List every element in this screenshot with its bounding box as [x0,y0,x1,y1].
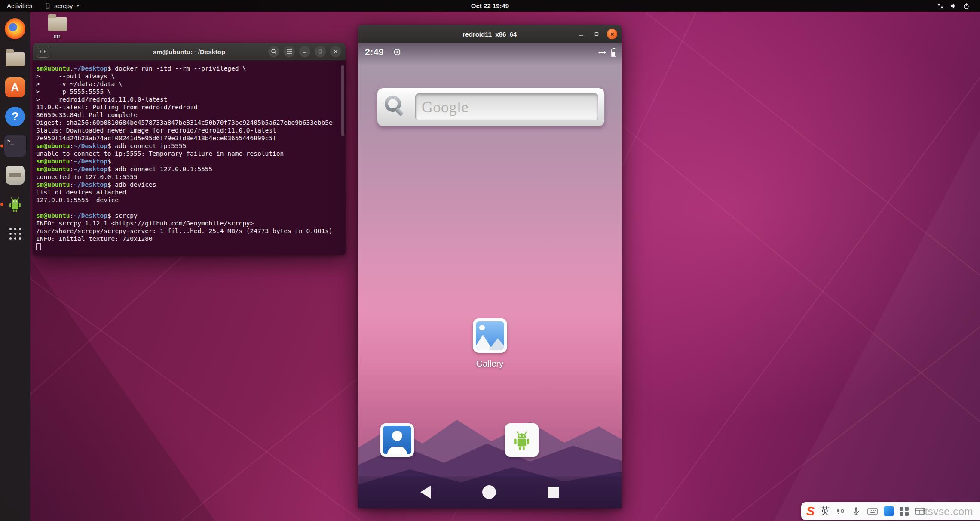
maximize-icon [318,49,323,54]
android-screen[interactable]: 2:49 [358,43,622,508]
dock-item-terminal[interactable] [3,135,27,157]
maximize-button[interactable] [591,29,602,39]
skin-icon[interactable] [884,506,894,516]
power-icon [963,3,970,9]
desktop-icon-label: sm [44,33,71,40]
close-button[interactable] [330,46,341,57]
android-robot-icon [6,195,24,214]
contacts-app-icon[interactable] [380,423,414,457]
search-icon [271,49,277,55]
toolbox-grid-icon[interactable] [900,507,909,516]
maximize-icon [594,31,599,37]
files-icon [6,52,24,66]
close-button[interactable] [607,29,617,39]
help-icon [5,107,25,126]
minimize-icon [302,49,307,54]
android-status-bar: 2:49 [358,43,622,65]
archive-manager-icon [6,166,24,185]
back-button[interactable] [420,486,431,499]
dock [0,12,30,521]
scrcpy-app-icon [44,3,51,9]
top-bar: Activities scrcpy Oct 22 19:49 [0,0,980,12]
app-menu[interactable]: scrcpy [39,0,84,12]
adb-network-icon [597,49,607,55]
close-icon [610,32,615,37]
dock-item-ubuntu-software[interactable] [3,76,27,99]
punctuation-icon[interactable] [835,506,845,516]
dock-item-help[interactable] [3,105,27,128]
desktop: Activities scrcpy Oct 22 19:49 [0,0,980,521]
scrcpy-window: redroid11_x86_64 [358,25,622,508]
minimize-button[interactable] [576,29,586,39]
volume-icon [950,3,957,9]
firefox-icon [5,18,25,39]
running-indicator [0,145,3,148]
search-button[interactable] [268,46,279,57]
scrcpy-titlebar[interactable]: redroid11_x86_64 [358,25,622,43]
watermark: itsvse.com [922,506,973,518]
dock-item-android-redroid[interactable] [3,193,27,216]
notification-circle-icon [393,48,401,58]
grid-icon [9,228,21,240]
keyboard-icon[interactable] [867,506,878,516]
running-indicator [0,203,3,206]
menu-button[interactable] [284,46,295,57]
android-robot-icon [509,428,534,453]
minimize-icon [579,31,584,37]
api-demos-app-icon[interactable] [505,423,539,457]
clock-button[interactable]: Oct 22 19:49 [471,2,509,9]
system-status-area[interactable] [927,0,980,12]
sogou-logo[interactable]: S [806,505,815,518]
maximize-button[interactable] [315,46,326,57]
android-hotseat [358,423,622,459]
magnifier-icon [383,93,408,121]
close-icon [333,49,338,54]
gallery-icon [473,318,507,353]
google-search-widget[interactable]: Google [377,88,605,126]
battery-icon [611,48,616,57]
chevron-down-icon [76,5,80,7]
minimize-button[interactable] [299,46,310,57]
home-button[interactable] [482,485,496,499]
microphone-icon[interactable] [851,506,861,516]
language-mode-button[interactable]: 英 [820,505,830,518]
terminal-window: sm@ubuntu: ~/Desktop [33,43,346,255]
terminal-icon [4,135,27,157]
dock-item-firefox[interactable] [3,18,27,40]
activities-button[interactable]: Activities [0,0,39,12]
search-input[interactable]: Google [415,93,598,120]
network-icon [937,3,944,9]
new-tab-button[interactable] [37,46,49,58]
app-menu-label: scrcpy [54,2,73,9]
gallery-label: Gallery [456,359,524,369]
terminal-titlebar[interactable]: sm@ubuntu: ~/Desktop [33,43,346,61]
dock-item-files[interactable] [3,47,27,69]
terminal-output[interactable]: sm@ubuntu:~/Desktop$ docker run -itd --r… [33,61,346,255]
hamburger-icon [286,49,292,54]
android-nav-bar [358,476,622,508]
gallery-app-shortcut[interactable]: Gallery [456,318,524,369]
android-clock: 2:49 [365,47,384,57]
terminal-scrollbar[interactable] [341,65,344,136]
ubuntu-software-icon [5,77,25,97]
desktop-icon-sm[interactable]: sm [44,17,71,40]
recents-button[interactable] [548,487,559,498]
google-logo: Google [422,98,469,116]
folder-icon [48,17,67,31]
dock-item-archive-manager[interactable] [3,164,27,186]
show-applications-button[interactable] [3,222,27,245]
